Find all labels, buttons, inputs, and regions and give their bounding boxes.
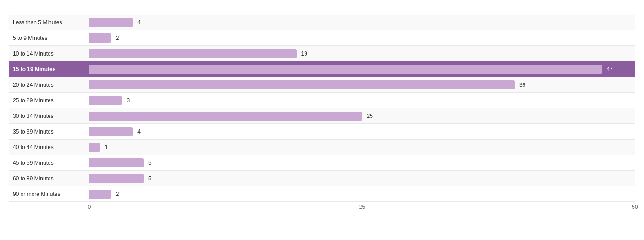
bar-track: 4 [89, 127, 635, 136]
bar-value: 4 [137, 128, 141, 135]
bar-fill [89, 18, 133, 27]
bar-track: 47 [89, 65, 635, 74]
bar-track: 1 [89, 143, 635, 152]
bar-row: 10 to 14 Minutes19 [9, 46, 635, 61]
bar-label: 10 to 14 Minutes [9, 50, 89, 57]
bar-track: 3 [89, 96, 635, 105]
bar-track: 2 [89, 190, 635, 199]
bar-fill [89, 33, 111, 43]
bar-fill [89, 158, 144, 167]
bars-area: Less than 5 Minutes45 to 9 Minutes210 to… [9, 15, 635, 202]
bar-label: 90 or more Minutes [9, 191, 89, 197]
chart-container: Less than 5 Minutes45 to 9 Minutes210 to… [0, 0, 644, 240]
bar-track: 5 [89, 174, 635, 183]
bar-fill [89, 112, 362, 121]
bar-value: 25 [367, 113, 373, 119]
bar-value: 47 [607, 66, 613, 73]
bar-label: 25 to 29 Minutes [9, 97, 89, 104]
bar-value: 3 [126, 97, 130, 104]
bar-row: 45 to 59 Minutes5 [9, 155, 635, 171]
bar-label: Less than 5 Minutes [9, 19, 89, 26]
bar-track: 25 [89, 112, 635, 121]
bar-label: 30 to 34 Minutes [9, 113, 89, 119]
bar-label: 40 to 44 Minutes [9, 144, 89, 151]
bar-row: 20 to 24 Minutes39 [9, 77, 635, 93]
bar-row: 90 or more Minutes2 [9, 186, 635, 202]
bar-track: 19 [89, 49, 635, 58]
x-axis-tick: 25 [359, 204, 365, 210]
bar-label: 5 to 9 Minutes [9, 35, 89, 41]
bar-row: 60 to 89 Minutes5 [9, 171, 635, 186]
bar-row: Less than 5 Minutes4 [9, 15, 635, 30]
bar-value: 19 [301, 50, 307, 57]
bar-label: 60 to 89 Minutes [9, 175, 89, 182]
bar-row: 15 to 19 Minutes47 [9, 61, 635, 77]
bar-track: 2 [89, 33, 635, 43]
x-axis-tick: 0 [88, 204, 91, 210]
bar-value: 2 [116, 35, 119, 41]
bar-fill [89, 65, 602, 74]
bar-fill [89, 127, 133, 136]
bar-value: 2 [116, 191, 119, 197]
bar-label: 15 to 19 Minutes [9, 66, 89, 73]
bar-row: 40 to 44 Minutes1 [9, 140, 635, 155]
bar-track: 4 [89, 18, 635, 27]
bar-value: 1 [105, 144, 108, 151]
bar-value: 5 [148, 175, 152, 182]
bar-fill [89, 190, 111, 199]
bar-value: 39 [519, 82, 525, 88]
bar-fill [89, 49, 297, 58]
bar-value: 5 [148, 160, 152, 166]
bar-value: 4 [137, 19, 141, 26]
bar-row: 25 to 29 Minutes3 [9, 93, 635, 108]
x-axis-area: 02550 [9, 203, 635, 212]
bar-row: 35 to 39 Minutes4 [9, 124, 635, 140]
bar-fill [89, 96, 122, 105]
bar-fill [89, 174, 144, 183]
bar-label: 20 to 24 Minutes [9, 82, 89, 88]
bar-row: 30 to 34 Minutes25 [9, 108, 635, 124]
bar-fill [89, 80, 515, 89]
x-axis-tick: 50 [632, 204, 638, 210]
bar-track: 39 [89, 80, 635, 89]
bar-track: 5 [89, 158, 635, 167]
bar-label: 45 to 59 Minutes [9, 160, 89, 166]
bar-row: 5 to 9 Minutes2 [9, 30, 635, 46]
x-axis-ticks: 02550 [89, 203, 635, 212]
bar-fill [89, 143, 100, 152]
bar-label: 35 to 39 Minutes [9, 128, 89, 135]
